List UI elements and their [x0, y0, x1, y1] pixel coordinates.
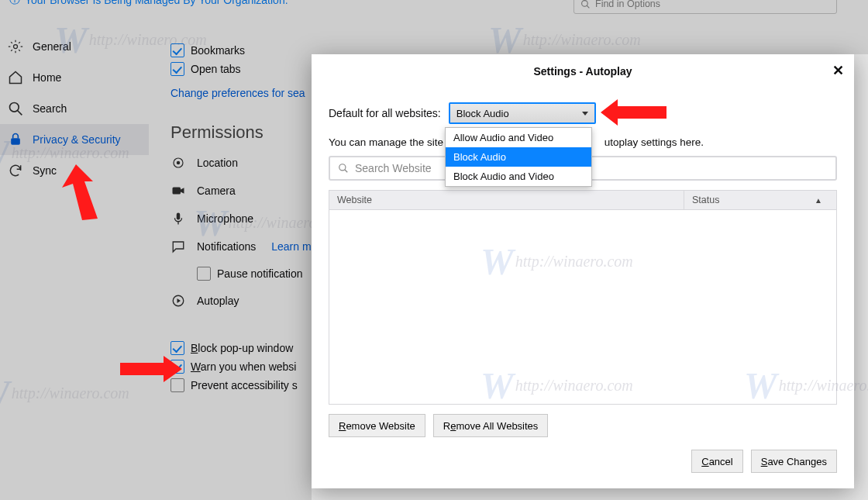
home-icon	[8, 70, 23, 85]
svg-point-11	[339, 164, 346, 171]
sidebar-item-general[interactable]: General	[0, 31, 149, 62]
sidebar-item-home[interactable]: Home	[0, 62, 149, 93]
chat-icon	[170, 239, 186, 254]
autoplay-icon	[170, 293, 186, 309]
search-icon	[580, 0, 591, 9]
microphone-icon	[170, 211, 186, 226]
svg-point-2	[14, 45, 18, 49]
option-allow[interactable]: Allow Audio and Video	[446, 128, 591, 147]
search-icon	[338, 163, 349, 174]
dialog-title: Settings - Autoplay ✕	[312, 54, 854, 85]
checkbox-icon	[170, 62, 184, 76]
svg-rect-8	[173, 188, 181, 195]
sync-icon	[8, 163, 23, 178]
svg-rect-9	[177, 213, 181, 220]
sidebar-item-label: Home	[33, 71, 61, 84]
remove-all-websites-button[interactable]: Remove All Websites	[433, 414, 549, 437]
autoplay-settings-dialog: Settings - Autoplay ✕ Default for all we…	[312, 54, 854, 488]
sidebar-item-label: Privacy & Security	[33, 133, 121, 146]
checkbox-icon	[170, 341, 184, 355]
sort-caret-icon: ▲	[815, 196, 828, 205]
svg-point-7	[177, 161, 181, 165]
svg-line-1	[587, 5, 589, 8]
col-website[interactable]: Website	[329, 191, 684, 209]
remove-website-button[interactable]: Remove Website	[329, 414, 425, 437]
sidebar-item-label: Sync	[33, 164, 57, 177]
search-icon	[8, 101, 23, 116]
sidebar-item-label: General	[33, 40, 71, 53]
sidebar-item-sync[interactable]: Sync	[0, 155, 149, 186]
sidebar-item-label: Search	[33, 102, 67, 115]
checkbox-icon	[170, 378, 184, 392]
sidebar-item-privacy[interactable]: Privacy & Security	[0, 124, 149, 155]
camera-icon	[170, 183, 186, 198]
default-label: Default for all websites:	[329, 107, 441, 119]
default-select[interactable]: Block Audio	[449, 102, 596, 124]
svg-line-12	[345, 170, 348, 173]
sidebar-item-search[interactable]: Search	[0, 93, 149, 124]
svg-rect-5	[11, 138, 20, 144]
close-icon[interactable]: ✕	[829, 62, 846, 79]
sidebar: General Home Search Privacy & Security S…	[0, 31, 155, 500]
svg-point-3	[10, 103, 19, 112]
cancel-button[interactable]: Cancel	[691, 450, 742, 473]
chevron-down-icon	[582, 112, 588, 116]
save-changes-button[interactable]: Save Changes	[751, 450, 837, 473]
websites-table	[329, 210, 837, 405]
checkbox-icon	[170, 43, 184, 57]
checkbox-icon	[170, 360, 184, 374]
gear-icon	[8, 39, 23, 54]
find-in-options[interactable]: Find in Options	[574, 0, 837, 14]
default-dropdown: Allow Audio and Video Block Audio Block …	[445, 127, 592, 187]
checkbox-icon	[197, 267, 211, 281]
svg-point-0	[582, 0, 588, 6]
col-status[interactable]: Status ▲	[684, 191, 836, 209]
option-block-av[interactable]: Block Audio and Video	[446, 167, 591, 186]
svg-line-4	[18, 111, 22, 116]
lock-icon	[8, 132, 23, 147]
table-header: Website Status ▲	[329, 190, 837, 210]
location-icon	[170, 155, 186, 171]
option-block-audio[interactable]: Block Audio	[446, 147, 591, 167]
learn-more-link[interactable]: Learn m	[271, 240, 311, 253]
